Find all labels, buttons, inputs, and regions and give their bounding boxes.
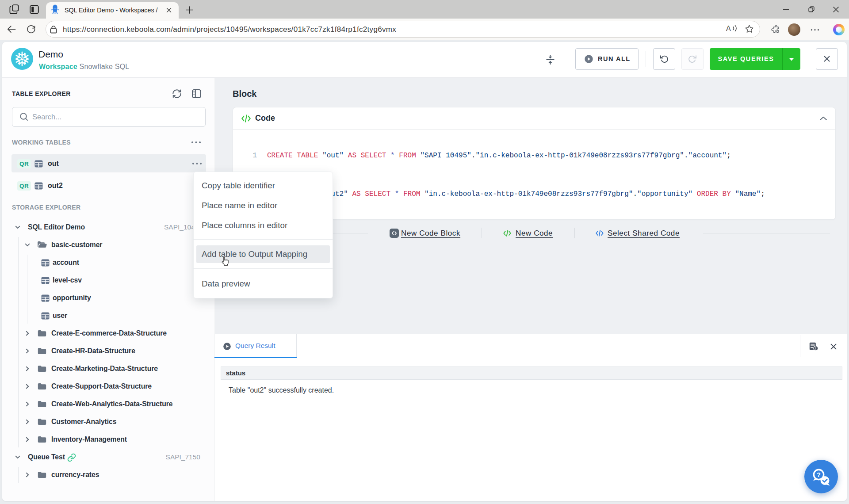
svg-text:?: ?	[817, 471, 821, 478]
